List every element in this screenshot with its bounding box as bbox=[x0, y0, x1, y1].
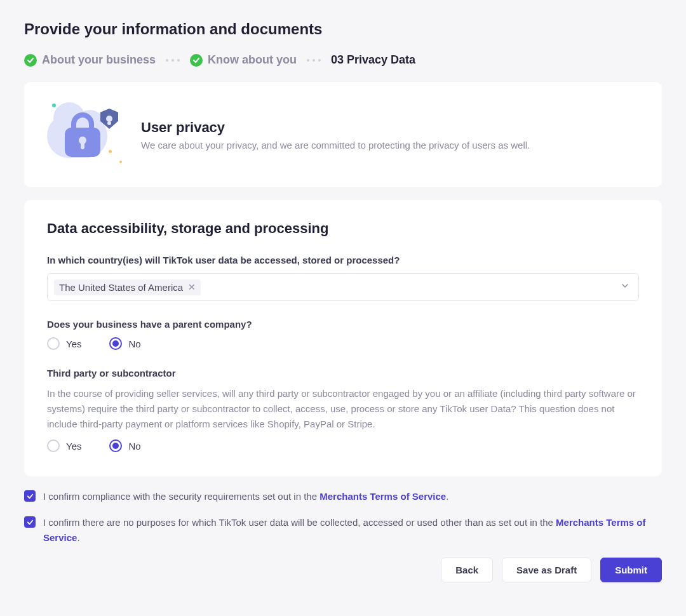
country-label: In which country(ies) will TikTok user d… bbox=[47, 255, 639, 265]
section-title: Data accessibility, storage and processi… bbox=[47, 220, 639, 237]
checkbox-security[interactable] bbox=[24, 490, 36, 502]
radio-label: No bbox=[128, 338, 140, 349]
radio-label: Yes bbox=[66, 441, 81, 452]
hero-title: User privacy bbox=[141, 119, 530, 136]
check-icon bbox=[24, 54, 37, 67]
checkbox-purposes[interactable] bbox=[24, 516, 36, 528]
country-select[interactable]: The United States of America ✕ bbox=[47, 273, 639, 301]
field-parent-company: Does your business have a parent company… bbox=[47, 319, 639, 350]
step-know-about-you[interactable]: Know about you bbox=[190, 53, 297, 67]
action-bar: Back Save as Draft Submit bbox=[24, 558, 662, 582]
field-country: In which country(ies) will TikTok user d… bbox=[47, 255, 639, 301]
submit-button[interactable]: Submit bbox=[600, 558, 662, 582]
chevron-down-icon bbox=[621, 281, 629, 293]
country-chip: The United States of America ✕ bbox=[54, 279, 201, 295]
radio-icon bbox=[109, 439, 122, 452]
radio-icon bbox=[47, 337, 60, 350]
confirm-purposes-text: I confirm there are no purposes for whic… bbox=[43, 515, 662, 545]
stepper: About your business Know about you 03 Pr… bbox=[24, 53, 662, 67]
step-label: 03 Privacy Data bbox=[331, 53, 415, 67]
remove-chip-icon[interactable]: ✕ bbox=[188, 282, 196, 292]
parent-company-label: Does your business have a parent company… bbox=[47, 319, 639, 330]
hero-subtitle: We care about your privacy, and we are c… bbox=[141, 140, 530, 151]
third-party-no[interactable]: No bbox=[109, 439, 140, 452]
privacy-lock-illustration bbox=[47, 100, 123, 170]
chip-label: The United States of America bbox=[59, 282, 183, 293]
merchants-tos-link[interactable]: Merchants Terms of Service bbox=[319, 491, 446, 502]
step-separator bbox=[166, 59, 180, 62]
page-title: Provide your information and documents bbox=[24, 20, 662, 38]
confirm-purposes: I confirm there are no purposes for whic… bbox=[24, 515, 662, 545]
third-party-yes[interactable]: Yes bbox=[47, 439, 81, 452]
step-label: Know about you bbox=[208, 53, 297, 67]
third-party-desc: In the course of providing seller servic… bbox=[47, 386, 639, 432]
step-privacy-data[interactable]: 03 Privacy Data bbox=[331, 53, 415, 67]
third-party-label: Third party or subcontractor bbox=[47, 368, 639, 378]
step-label: About your business bbox=[42, 53, 156, 67]
parent-company-yes[interactable]: Yes bbox=[47, 337, 81, 350]
radio-icon bbox=[47, 439, 60, 452]
confirm-security: I confirm compliance with the security r… bbox=[24, 489, 662, 504]
radio-label: Yes bbox=[66, 338, 81, 349]
parent-company-no[interactable]: No bbox=[109, 337, 140, 350]
back-button[interactable]: Back bbox=[441, 558, 493, 582]
radio-icon bbox=[109, 337, 122, 350]
step-about-business[interactable]: About your business bbox=[24, 53, 156, 67]
form-card: Data accessibility, storage and processi… bbox=[24, 200, 662, 476]
save-draft-button[interactable]: Save as Draft bbox=[502, 558, 591, 582]
radio-label: No bbox=[128, 441, 140, 452]
check-icon bbox=[190, 54, 203, 67]
hero-card: User privacy We care about your privacy,… bbox=[24, 82, 662, 187]
field-third-party: Third party or subcontractor In the cour… bbox=[47, 368, 639, 452]
confirm-security-text: I confirm compliance with the security r… bbox=[43, 489, 448, 504]
step-separator bbox=[307, 59, 321, 62]
